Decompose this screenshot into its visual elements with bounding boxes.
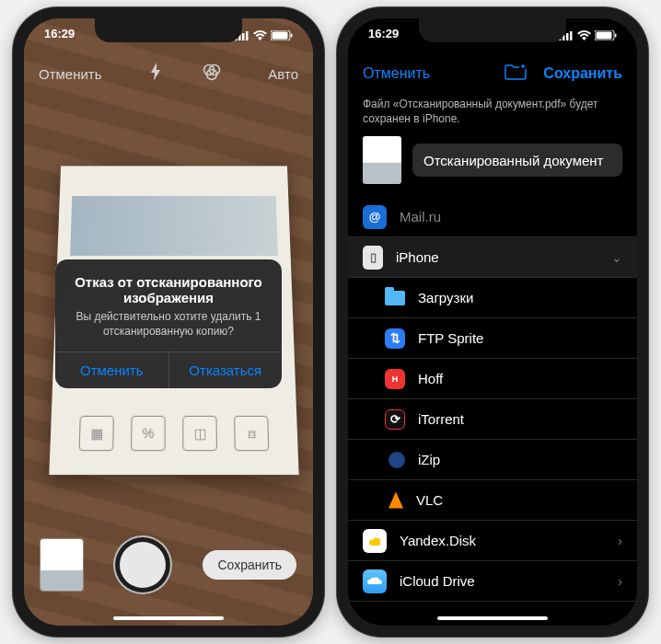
- location-label: iPhone: [396, 249, 598, 265]
- status-right: [559, 27, 617, 45]
- folder-downloads[interactable]: Загрузки: [348, 278, 637, 318]
- files-screen: 16:29 Отменить Сохранить Файл «Отсканиро…: [348, 18, 637, 626]
- save-button[interactable]: Сохранить: [543, 65, 622, 82]
- chevron-down-icon: ⌄: [611, 250, 622, 265]
- chevron-right-icon: ›: [618, 534, 622, 548]
- discard-alert: Отказ от отсканированного изображения Вы…: [55, 259, 282, 388]
- svg-rect-12: [566, 33, 569, 40]
- folder-izip[interactable]: iZip: [348, 440, 637, 480]
- scanner-bottom-bar: Сохранить: [24, 523, 313, 607]
- paper-icon-2: %: [131, 416, 166, 451]
- mailru-icon: @: [363, 205, 387, 229]
- cancel-button[interactable]: Отменить: [363, 65, 430, 82]
- folder-label: Загрузки: [418, 290, 622, 305]
- battery-icon: [271, 29, 293, 43]
- iphone-icon: ▯: [363, 246, 383, 270]
- files-navbar: Отменить Сохранить: [348, 53, 637, 94]
- ftp-icon: ⇅: [385, 328, 405, 349]
- itorrent-icon: ⟳: [385, 409, 405, 430]
- auto-button[interactable]: Авто: [268, 66, 298, 82]
- svg-rect-2: [242, 33, 245, 40]
- new-folder-icon[interactable]: [504, 63, 527, 84]
- location-label: Yandex.Disk: [400, 533, 605, 548]
- alert-message: Вы действительно хотите удалить 1 отскан…: [55, 309, 282, 351]
- home-indicator[interactable]: [437, 616, 548, 620]
- folder-label: VLC: [416, 492, 622, 508]
- shutter-button[interactable]: [115, 537, 170, 592]
- location-label: iCloud Drive: [400, 573, 605, 589]
- yandex-disk-icon: [363, 529, 387, 553]
- svg-rect-3: [246, 31, 249, 40]
- svg-rect-13: [570, 31, 573, 40]
- location-icloud-drive[interactable]: iCloud Drive ›: [348, 561, 637, 602]
- svg-rect-15: [597, 31, 612, 39]
- status-time: 16:29: [44, 27, 75, 45]
- document-row: [363, 136, 622, 184]
- folder-itorrent[interactable]: ⟳ iTorrent: [348, 399, 637, 440]
- document-thumbnail[interactable]: [363, 136, 401, 184]
- alert-title: Отказ от отсканированного изображения: [55, 259, 282, 309]
- location-iphone[interactable]: ▯ iPhone ⌄: [348, 237, 637, 278]
- filter-icon[interactable]: [203, 63, 221, 86]
- wifi-icon: [253, 29, 267, 43]
- izip-icon: [388, 452, 405, 468]
- icloud-icon: [363, 569, 387, 593]
- folder-icon: [385, 291, 405, 305]
- folder-hoff[interactable]: H Hoff: [348, 359, 637, 399]
- folder-label: iZip: [418, 452, 622, 467]
- notch: [419, 18, 566, 42]
- location-yandex-disk[interactable]: Yandex.Disk ›: [348, 521, 637, 561]
- alert-discard-button[interactable]: Отказаться: [168, 352, 283, 388]
- folder-label: Hoff: [418, 371, 622, 386]
- flash-icon[interactable]: [149, 63, 162, 86]
- folder-label: iTorrent: [418, 411, 622, 427]
- save-button[interactable]: Сохранить: [203, 550, 296, 580]
- document-name-input[interactable]: [412, 144, 622, 177]
- wifi-icon: [577, 29, 591, 43]
- locations-list: @ Mail.ru ▯ iPhone ⌄ Загрузки ⇅ FTP Spri…: [348, 197, 637, 626]
- alert-cancel-button[interactable]: Отменить: [55, 352, 168, 388]
- paper-icon-1: ▦: [79, 416, 114, 451]
- paper-icons-row: ▦ % ◫ ⧈: [50, 416, 297, 451]
- paper-icon-3: ◫: [182, 416, 217, 451]
- location-mailru[interactable]: @ Mail.ru: [348, 197, 637, 237]
- cancel-button[interactable]: Отменить: [39, 66, 102, 82]
- paper-icon-4: ⧈: [234, 416, 269, 451]
- home-indicator[interactable]: [113, 616, 224, 620]
- folder-vlc[interactable]: VLC: [348, 480, 637, 521]
- status-time: 16:29: [368, 27, 399, 45]
- svg-rect-6: [291, 33, 293, 37]
- scanner-toolbar: Отменить Авто: [24, 53, 313, 94]
- save-info-text: Файл «Отсканированный документ.pdf» буде…: [363, 98, 622, 126]
- svg-rect-16: [615, 33, 617, 37]
- phone-right: 16:29 Отменить Сохранить Файл «Отсканиро…: [337, 7, 648, 637]
- alert-buttons: Отменить Отказаться: [55, 351, 282, 388]
- svg-rect-5: [273, 31, 288, 39]
- chevron-right-icon: ›: [618, 574, 622, 589]
- location-label: Mail.ru: [400, 209, 622, 224]
- scan-thumbnail[interactable]: [41, 539, 83, 591]
- vlc-icon: [388, 492, 403, 509]
- phone-left: 16:29 ▦ % ◫ ⧈: [13, 7, 324, 637]
- battery-icon: [595, 29, 617, 43]
- folder-label: FTP Sprite: [418, 330, 622, 346]
- status-right: [235, 27, 293, 45]
- notch: [95, 18, 242, 42]
- hoff-icon: H: [385, 369, 405, 389]
- scanner-screen: 16:29 ▦ % ◫ ⧈: [24, 18, 313, 626]
- folder-ftp-sprite[interactable]: ⇅ FTP Sprite: [348, 318, 637, 359]
